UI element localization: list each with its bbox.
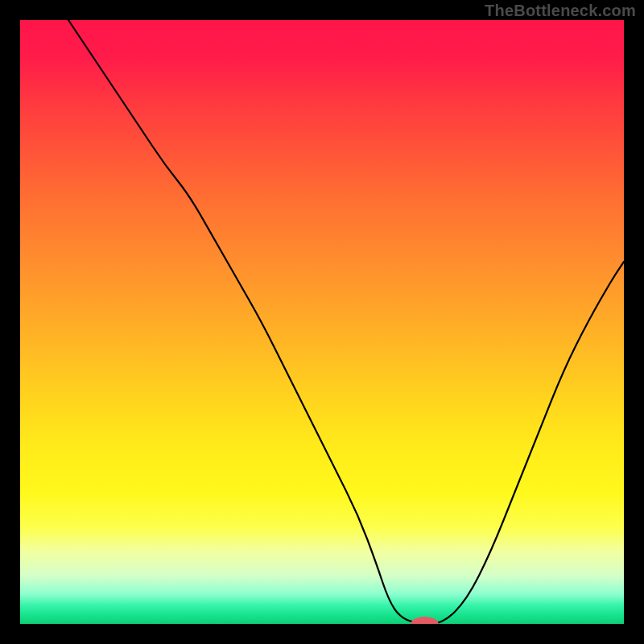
bottleneck-curve	[68, 20, 624, 624]
curve-layer	[20, 20, 624, 624]
plot-area	[20, 20, 624, 624]
chart-frame: TheBottleneck.com	[0, 0, 644, 644]
watermark-text: TheBottleneck.com	[485, 2, 636, 20]
optimum-marker	[411, 617, 439, 624]
